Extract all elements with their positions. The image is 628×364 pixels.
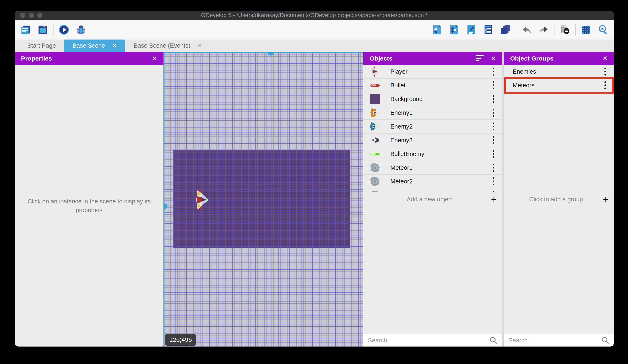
- properties-panel-body: Click on an instance in the scene to dis…: [15, 65, 163, 347]
- add-group-row[interactable]: Click to add a group +: [504, 192, 614, 206]
- kebab-menu-icon[interactable]: [489, 108, 498, 118]
- title-bar: GDevelop 5 - /Users/dkarakay/Documents/G…: [15, 11, 614, 20]
- close-tab-icon[interactable]: ✕: [197, 42, 202, 49]
- object-row[interactable]: Player: [363, 65, 502, 79]
- object-row[interactable]: Enemy1: [363, 106, 502, 120]
- object-groups-panel-header: Object Groups ✕: [504, 52, 614, 65]
- kebab-menu-icon[interactable]: [601, 80, 610, 90]
- toolbar-separator: [516, 24, 516, 36]
- properties-panel-icon: [466, 24, 477, 35]
- object-row[interactable]: Enemy3: [363, 133, 502, 147]
- objects-search-bar: [363, 334, 502, 347]
- desktop-background: GDevelop 5 - /Users/dkarakay/Documents/G…: [0, 0, 628, 364]
- object-name: Meteor2: [391, 178, 489, 185]
- kebab-menu-icon[interactable]: [489, 80, 498, 90]
- kebab-menu-icon[interactable]: [489, 135, 498, 145]
- objects-panel-icon: [432, 24, 443, 35]
- object-thumbnail-icon: [369, 66, 381, 77]
- object-row[interactable]: Meteor2: [363, 175, 502, 188]
- object-thumbnail-icon: [369, 107, 381, 119]
- toggle-mask-button[interactable]: [559, 24, 571, 36]
- object-name: Background: [391, 96, 489, 103]
- object-thumbnail-icon: [369, 134, 381, 146]
- close-tab-icon[interactable]: ✕: [112, 42, 117, 49]
- group-name: Meteors: [513, 82, 601, 89]
- toggle-properties-panel-button[interactable]: [465, 24, 477, 36]
- kebab-menu-icon[interactable]: [489, 149, 498, 159]
- selection-handle-top[interactable]: [268, 52, 274, 56]
- tab-label: Base Scene: [73, 42, 105, 49]
- panel-title: Properties: [21, 55, 145, 62]
- debug-button[interactable]: [75, 24, 87, 36]
- grid-toggle-icon: [581, 24, 592, 35]
- mask-deselect-icon: [559, 24, 570, 35]
- toggle-instances-list-button[interactable]: [482, 24, 494, 36]
- toggle-layers-panel-button[interactable]: [499, 24, 511, 36]
- launch-preview-button[interactable]: [58, 24, 70, 36]
- add-object-row[interactable]: Add a new object +: [363, 192, 502, 206]
- object-row[interactable]: Background: [363, 92, 502, 106]
- object-name: Enemy3: [391, 137, 489, 144]
- plus-icon[interactable]: +: [603, 194, 609, 204]
- zoom-1-1-icon: [598, 24, 609, 35]
- object-thumbnail-icon: [369, 189, 381, 192]
- plus-icon[interactable]: +: [491, 194, 497, 204]
- project-manager-icon: [20, 24, 31, 35]
- toolbar-separator: [554, 24, 554, 36]
- tab-label: Base Scene (Events): [134, 42, 190, 49]
- tab-start-page[interactable]: Start Page: [19, 40, 64, 52]
- groups-search-bar: [504, 334, 614, 347]
- player-instance[interactable]: [195, 188, 210, 211]
- layers-panel-icon: [500, 24, 511, 35]
- group-row[interactable]: Enemies: [504, 65, 614, 79]
- kebab-menu-icon[interactable]: [489, 177, 498, 186]
- close-icon[interactable]: ✕: [491, 55, 496, 62]
- object-name: Enemy1: [391, 109, 489, 116]
- object-row[interactable]: Enemy2: [363, 120, 502, 133]
- filter-icon[interactable]: [476, 55, 484, 61]
- kebab-menu-icon[interactable]: [489, 190, 498, 192]
- object-name: Player: [391, 68, 489, 75]
- scene-canvas[interactable]: 126;496: [163, 52, 363, 347]
- kebab-menu-icon[interactable]: [489, 94, 498, 104]
- zoom-1-1-button[interactable]: [597, 24, 609, 36]
- selection-handle-left[interactable]: [163, 203, 167, 209]
- panel-title: Objects: [370, 55, 469, 62]
- groups-search-input[interactable]: [508, 337, 601, 344]
- close-icon[interactable]: ✕: [603, 55, 608, 62]
- object-name: Enemy2: [391, 123, 489, 130]
- object-name: Meteor1: [391, 164, 489, 171]
- undo-button[interactable]: [521, 24, 532, 36]
- object-thumbnail-icon: [369, 79, 381, 91]
- search-icon: [601, 336, 610, 344]
- properties-empty-message: Click on an instance in the scene to dis…: [27, 197, 152, 214]
- object-row[interactable]: BulletEnemy: [363, 147, 502, 161]
- scene-window-button[interactable]: [37, 24, 49, 36]
- project-manager-button[interactable]: [20, 24, 31, 36]
- objects-search-input[interactable]: [368, 337, 489, 344]
- undo-icon: [521, 24, 532, 35]
- debug-bug-icon: [76, 24, 86, 35]
- kebab-menu-icon[interactable]: [489, 163, 498, 173]
- play-preview-icon: [59, 24, 69, 35]
- selection-edge-top: [163, 52, 363, 53]
- object-row[interactable]: Meteor3: [363, 188, 502, 192]
- kebab-menu-icon[interactable]: [601, 67, 610, 76]
- object-thumbnail-icon: [369, 121, 381, 132]
- group-name: Enemies: [513, 68, 601, 75]
- toggle-grid-button[interactable]: [580, 24, 592, 36]
- toggle-objects-panel-button[interactable]: [431, 24, 443, 36]
- toggle-object-groups-panel-button[interactable]: [448, 24, 460, 36]
- redo-button[interactable]: [538, 24, 550, 36]
- objects-panel-header: Objects ✕: [363, 52, 502, 65]
- tab-base-scene-events[interactable]: Base Scene (Events) ✕: [125, 40, 211, 52]
- object-row[interactable]: Bullet: [363, 79, 502, 92]
- object-groups-list: Enemies Meteors: [504, 65, 614, 192]
- group-row[interactable]: Meteors: [504, 79, 614, 92]
- tab-base-scene[interactable]: Base Scene ✕: [64, 40, 125, 52]
- kebab-menu-icon[interactable]: [489, 67, 498, 76]
- object-row[interactable]: Meteor1: [363, 161, 502, 175]
- panel-title: Object Groups: [510, 55, 596, 62]
- close-icon[interactable]: ✕: [152, 55, 157, 62]
- kebab-menu-icon[interactable]: [489, 122, 498, 131]
